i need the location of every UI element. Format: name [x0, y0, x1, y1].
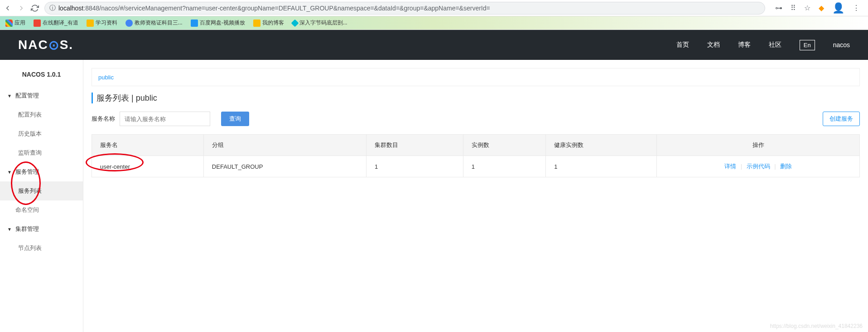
content-area: public 服务列表 | public 服务名称 查询 创建服务 服务名 分组…	[83, 60, 868, 332]
th-name: 服务名	[92, 135, 204, 156]
bookmark-item[interactable]: 在线翻译_有道	[34, 19, 78, 27]
app-header: NAC⊙S. 首页 文档 博客 社区 En nacos	[0, 30, 868, 60]
header-nav: 首页 文档 博客 社区 En nacos	[676, 40, 850, 50]
sidebar-title: NACOS 1.0.1	[0, 71, 83, 86]
info-icon: ⓘ	[49, 4, 56, 12]
bookmark-item[interactable]: 教师资格证科目三...	[125, 19, 183, 27]
caret-down-icon: ▼	[7, 93, 12, 98]
nav-docs[interactable]: 文档	[707, 41, 720, 49]
menu-service-list[interactable]: 服务列表	[0, 181, 83, 200]
lang-switch[interactable]: En	[800, 40, 815, 50]
service-name-input[interactable]	[120, 112, 210, 126]
menu-cluster-mgmt[interactable]: ▼ 集群管理	[0, 220, 83, 239]
separator: |	[774, 163, 776, 170]
main-container: NACOS 1.0.1 ▼ 配置管理 配置列表 历史版本 监听查询 ▼ 服务管理…	[0, 60, 868, 332]
menu-config-mgmt[interactable]: ▼ 配置管理	[0, 86, 83, 105]
url-text: localhost:8848/nacos/#/serviceManagement…	[58, 5, 760, 12]
action-delete[interactable]: 删除	[780, 163, 792, 170]
sidebar: NACOS 1.0.1 ▼ 配置管理 配置列表 历史版本 监听查询 ▼ 服务管理…	[0, 60, 83, 332]
extension-icon[interactable]: ◆	[819, 4, 824, 12]
caret-down-icon: ▼	[7, 170, 12, 175]
bookmark-item[interactable]: 学习资料	[87, 19, 117, 27]
search-row: 服务名称 查询 创建服务	[92, 112, 860, 126]
create-service-button[interactable]: 创建服务	[823, 112, 860, 126]
query-button[interactable]: 查询	[221, 112, 249, 126]
page-title: 服务列表 | public	[92, 93, 860, 103]
th-healthy: 健康实例数	[546, 135, 657, 156]
url-bar[interactable]: ⓘ localhost:8848/nacos/#/serviceManageme…	[44, 2, 765, 15]
cell-group: DEFAULT_GROUP	[203, 156, 366, 177]
bookmark-item[interactable]: 百度网盘-视频播放	[191, 19, 245, 27]
bookmark-item[interactable]: 深入字节码底层剖...	[292, 19, 347, 27]
bookmark-item[interactable]: 我的博客	[253, 19, 284, 27]
menu-listener-query[interactable]: 监听查询	[0, 143, 83, 162]
menu-node-list[interactable]: 节点列表	[0, 239, 83, 258]
cell-name: user-center	[92, 156, 204, 177]
menu-namespaces[interactable]: 命名空间	[0, 200, 83, 220]
profile-icon[interactable]: 👤	[832, 2, 844, 14]
th-clusters: 集群数目	[366, 135, 463, 156]
menu-icon[interactable]: ⋮	[853, 4, 860, 12]
back-icon[interactable]	[4, 4, 12, 12]
th-instances: 实例数	[463, 135, 546, 156]
tab-public[interactable]: public	[98, 74, 114, 81]
key-icon[interactable]: ⊶	[775, 4, 782, 12]
logo: NAC⊙S.	[18, 38, 73, 53]
reload-icon[interactable]	[31, 4, 39, 12]
th-group: 分组	[203, 135, 366, 156]
cell-clusters: 1	[366, 156, 463, 177]
nav-blog[interactable]: 博客	[738, 41, 751, 49]
separator: |	[741, 163, 742, 170]
nav-community[interactable]: 社区	[769, 41, 781, 49]
table-row: user-center DEFAULT_GROUP 1 1 1 详情 | 示例代…	[92, 156, 860, 177]
translate-icon[interactable]: ⠿	[791, 4, 796, 12]
browser-right-icons: ⊶ ⠿ ☆ ◆ 👤 ⋮	[771, 2, 864, 14]
apps-shortcut[interactable]: 应用	[5, 19, 25, 27]
star-icon[interactable]: ☆	[804, 4, 810, 12]
cell-actions: 详情 | 示例代码 | 删除	[657, 156, 860, 177]
nav-user[interactable]: nacos	[833, 41, 850, 49]
menu-service-mgmt[interactable]: ▼ 服务管理	[0, 162, 83, 181]
forward-icon[interactable]	[17, 4, 25, 12]
action-detail[interactable]: 详情	[724, 163, 736, 170]
menu-config-list[interactable]: 配置列表	[0, 105, 83, 124]
caret-down-icon: ▼	[7, 227, 12, 232]
browser-toolbar: ⓘ localhost:8848/nacos/#/serviceManageme…	[0, 0, 868, 16]
menu-history[interactable]: 历史版本	[0, 124, 83, 143]
namespace-tabs: public	[92, 68, 860, 86]
search-label: 服务名称	[92, 115, 115, 123]
nav-home[interactable]: 首页	[676, 41, 689, 49]
cell-instances: 1	[463, 156, 546, 177]
th-actions: 操作	[657, 135, 860, 156]
bookmarks-bar: 应用 在线翻译_有道 学习资料 教师资格证科目三... 百度网盘-视频播放 我的…	[0, 16, 868, 30]
action-sample-code[interactable]: 示例代码	[747, 163, 770, 170]
service-table: 服务名 分组 集群数目 实例数 健康实例数 操作 user-center DEF…	[92, 134, 860, 177]
cell-healthy: 1	[546, 156, 657, 177]
